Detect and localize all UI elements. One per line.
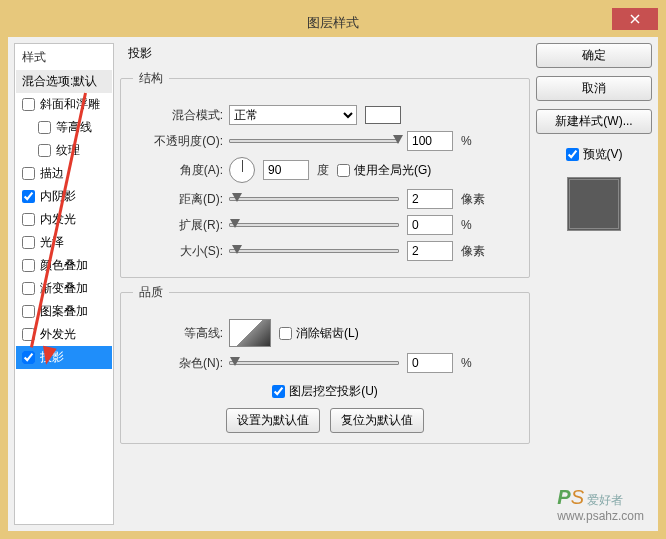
sidebar-item[interactable]: 外发光 xyxy=(16,323,112,346)
noise-input[interactable] xyxy=(407,353,453,373)
size-slider[interactable] xyxy=(229,243,399,259)
sidebar-item-label: 投影 xyxy=(40,349,64,366)
sidebar-item[interactable]: 等高线 xyxy=(16,116,112,139)
quality-group: 品质 等高线: 消除锯齿(L) 杂色(N): xyxy=(120,284,530,444)
sidebar-item-label: 等高线 xyxy=(56,119,92,136)
sidebar-item[interactable]: 光泽 xyxy=(16,231,112,254)
ok-button[interactable]: 确定 xyxy=(536,43,652,68)
cancel-button[interactable]: 取消 xyxy=(536,76,652,101)
sidebar-item-checkbox[interactable] xyxy=(22,236,35,249)
blend-mode-select[interactable]: 正常 xyxy=(229,105,357,125)
sidebar-item[interactable]: 投影 xyxy=(16,346,112,369)
size-label: 大小(S): xyxy=(133,243,223,260)
opacity-slider[interactable] xyxy=(229,133,399,149)
styles-sidebar: 样式 混合选项:默认 斜面和浮雕等高线纹理描边内阴影内发光光泽颜色叠加渐变叠加图… xyxy=(14,43,114,525)
sidebar-item-checkbox[interactable] xyxy=(22,167,35,180)
noise-unit: % xyxy=(461,356,472,370)
sidebar-item[interactable]: 图案叠加 xyxy=(16,300,112,323)
opacity-unit: % xyxy=(461,134,472,148)
sidebar-item-checkbox[interactable] xyxy=(22,282,35,295)
close-button[interactable] xyxy=(612,8,658,30)
sidebar-item[interactable]: 颜色叠加 xyxy=(16,254,112,277)
sidebar-item-label: 纹理 xyxy=(56,142,80,159)
reset-default-button[interactable]: 复位为默认值 xyxy=(330,408,424,433)
watermark: PS 爱好者 www.psahz.com xyxy=(557,486,644,523)
titlebar: 图层样式 xyxy=(8,8,658,37)
sidebar-item-label: 内阴影 xyxy=(40,188,76,205)
distance-input[interactable] xyxy=(407,189,453,209)
angle-input[interactable] xyxy=(263,160,309,180)
angle-dial[interactable] xyxy=(229,157,255,183)
global-light-input[interactable] xyxy=(337,164,350,177)
sidebar-header: 样式 xyxy=(16,45,112,70)
sidebar-item[interactable]: 纹理 xyxy=(16,139,112,162)
spread-slider[interactable] xyxy=(229,217,399,233)
main-panel: 投影 结构 混合模式: 正常 不透明度(O): xyxy=(120,43,530,525)
sidebar-item[interactable]: 渐变叠加 xyxy=(16,277,112,300)
sidebar-item[interactable]: 内阴影 xyxy=(16,185,112,208)
sidebar-item-label: 渐变叠加 xyxy=(40,280,88,297)
preview-swatch xyxy=(567,177,621,231)
contour-picker[interactable] xyxy=(229,319,271,347)
sidebar-blending-options[interactable]: 混合选项:默认 xyxy=(16,70,112,93)
knockout-input[interactable] xyxy=(272,385,285,398)
sidebar-item-checkbox[interactable] xyxy=(22,213,35,226)
sidebar-item-checkbox[interactable] xyxy=(38,144,51,157)
distance-slider[interactable] xyxy=(229,191,399,207)
sidebar-item-checkbox[interactable] xyxy=(22,305,35,318)
angle-unit: 度 xyxy=(317,162,329,179)
global-light-checkbox[interactable]: 使用全局光(G) xyxy=(337,162,431,179)
sidebar-item-checkbox[interactable] xyxy=(22,328,35,341)
spread-input[interactable] xyxy=(407,215,453,235)
main-heading: 投影 xyxy=(120,43,530,64)
make-default-button[interactable]: 设置为默认值 xyxy=(226,408,320,433)
sidebar-item-label: 颜色叠加 xyxy=(40,257,88,274)
noise-slider[interactable] xyxy=(229,355,399,371)
distance-label: 距离(D): xyxy=(133,191,223,208)
dialog-window: 图层样式 样式 混合选项:默认 斜面和浮雕等高线纹理描边内阴影内发光光泽颜色叠加… xyxy=(0,0,666,539)
opacity-label: 不透明度(O): xyxy=(133,133,223,150)
contour-label: 等高线: xyxy=(133,325,223,342)
structure-legend: 结构 xyxy=(133,70,169,87)
opacity-input[interactable] xyxy=(407,131,453,151)
quality-legend: 品质 xyxy=(133,284,169,301)
sidebar-item-label: 外发光 xyxy=(40,326,76,343)
blend-mode-label: 混合模式: xyxy=(133,107,223,124)
sidebar-item-checkbox[interactable] xyxy=(22,98,35,111)
sidebar-item-checkbox[interactable] xyxy=(22,351,35,364)
new-style-button[interactable]: 新建样式(W)... xyxy=(536,109,652,134)
noise-label: 杂色(N): xyxy=(133,355,223,372)
sidebar-item[interactable]: 斜面和浮雕 xyxy=(16,93,112,116)
size-input[interactable] xyxy=(407,241,453,261)
close-icon xyxy=(630,14,640,24)
structure-group: 结构 混合模式: 正常 不透明度(O): % xyxy=(120,70,530,278)
sidebar-item-label: 光泽 xyxy=(40,234,64,251)
size-unit: 像素 xyxy=(461,243,485,260)
antialias-checkbox[interactable]: 消除锯齿(L) xyxy=(279,325,359,342)
shadow-color-swatch[interactable] xyxy=(365,106,401,124)
angle-label: 角度(A): xyxy=(133,162,223,179)
knockout-checkbox[interactable]: 图层挖空投影(U) xyxy=(272,383,378,400)
spread-unit: % xyxy=(461,218,472,232)
distance-unit: 像素 xyxy=(461,191,485,208)
antialias-input[interactable] xyxy=(279,327,292,340)
dialog-content: 样式 混合选项:默认 斜面和浮雕等高线纹理描边内阴影内发光光泽颜色叠加渐变叠加图… xyxy=(8,37,658,531)
right-column: 确定 取消 新建样式(W)... 预览(V) xyxy=(536,43,652,525)
preview-input[interactable] xyxy=(566,148,579,161)
window-title: 图层样式 xyxy=(307,14,359,32)
sidebar-item-label: 斜面和浮雕 xyxy=(40,96,100,113)
sidebar-item-checkbox[interactable] xyxy=(22,259,35,272)
sidebar-item[interactable]: 描边 xyxy=(16,162,112,185)
sidebar-item-checkbox[interactable] xyxy=(38,121,51,134)
spread-label: 扩展(R): xyxy=(133,217,223,234)
sidebar-item-checkbox[interactable] xyxy=(22,190,35,203)
sidebar-item-label: 描边 xyxy=(40,165,64,182)
preview-checkbox[interactable]: 预览(V) xyxy=(566,146,623,163)
sidebar-item-label: 内发光 xyxy=(40,211,76,228)
sidebar-item-label: 图案叠加 xyxy=(40,303,88,320)
sidebar-item[interactable]: 内发光 xyxy=(16,208,112,231)
